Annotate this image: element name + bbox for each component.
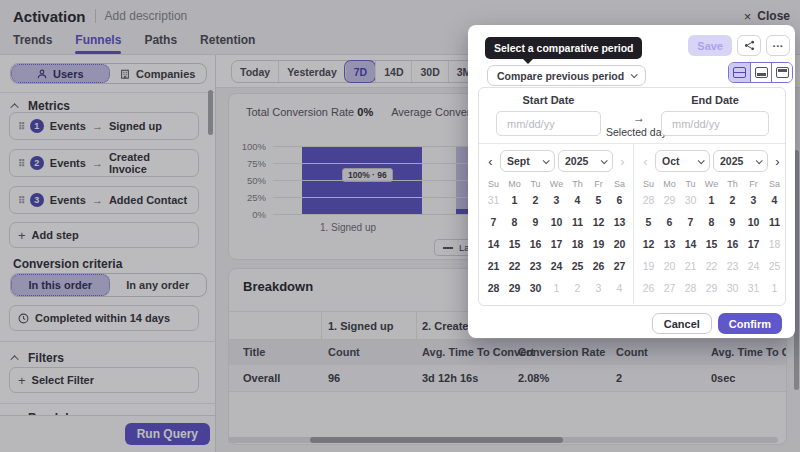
- calendar-day[interactable]: 3: [546, 194, 567, 206]
- cancel-button[interactable]: Cancel: [652, 313, 712, 334]
- calendar-day[interactable]: 15: [701, 238, 722, 250]
- bottom-panel-icon: [755, 67, 768, 78]
- calendar-day[interactable]: 2: [722, 194, 743, 206]
- start-date-input[interactable]: [496, 111, 601, 136]
- end-date-input[interactable]: [661, 111, 769, 136]
- calendar-week-row: 2829301234: [638, 189, 785, 211]
- calendar-day[interactable]: 3: [743, 194, 764, 206]
- calendar-week-row: 2829301234: [483, 277, 630, 299]
- calendar-day: 29: [701, 282, 722, 294]
- calendar-day[interactable]: 8: [701, 216, 722, 228]
- calendar-day: 18: [764, 238, 785, 250]
- calendar-day[interactable]: 17: [743, 238, 764, 250]
- calendar-day[interactable]: 1: [701, 194, 722, 206]
- calendar-day[interactable]: 24: [546, 260, 567, 272]
- calendar-day[interactable]: 29: [504, 282, 525, 294]
- calendar-day[interactable]: 15: [504, 238, 525, 250]
- calendar-day[interactable]: 12: [588, 216, 609, 228]
- calendar-day[interactable]: 7: [680, 216, 701, 228]
- calendar-day: 20: [659, 260, 680, 272]
- weekday-label: Tu: [525, 179, 546, 189]
- app-window: Activation Add description × Close Trend…: [0, 0, 800, 452]
- calendar-day[interactable]: 27: [609, 260, 630, 272]
- calendar-day[interactable]: 5: [638, 216, 659, 228]
- view-chart-button[interactable]: [750, 63, 771, 82]
- calendar-day[interactable]: 13: [609, 216, 630, 228]
- prev-month-icon[interactable]: ‹: [484, 154, 497, 169]
- calendar-week-row: 21222324252627: [483, 255, 630, 277]
- calendar-day[interactable]: 9: [525, 216, 546, 228]
- month-value: Oct: [662, 155, 680, 167]
- view-split-button[interactable]: [729, 63, 750, 82]
- calendar-day[interactable]: 13: [659, 238, 680, 250]
- calendar-day[interactable]: 6: [659, 216, 680, 228]
- calendar-day: 27: [659, 282, 680, 294]
- chevron-down-icon: [631, 71, 638, 78]
- calendar-day[interactable]: 2: [525, 194, 546, 206]
- calendar-day[interactable]: 7: [483, 216, 504, 228]
- year-select[interactable]: 2025: [713, 150, 768, 172]
- compare-period-dropdown[interactable]: Compare previous period: [487, 65, 646, 86]
- calendar-day[interactable]: 23: [525, 260, 546, 272]
- calendar-day[interactable]: 8: [504, 216, 525, 228]
- calendar-day[interactable]: 9: [722, 216, 743, 228]
- share-button[interactable]: [737, 35, 761, 56]
- calendar-day[interactable]: 28: [483, 282, 504, 294]
- calendar-week-row: 78910111213: [483, 211, 630, 233]
- calendar-day: 26: [638, 282, 659, 294]
- save-button[interactable]: Save: [688, 35, 732, 56]
- weekday-label: Su: [483, 179, 504, 189]
- calendar-day[interactable]: 19: [588, 238, 609, 250]
- calendar-day: 28: [680, 282, 701, 294]
- calendar-day[interactable]: 4: [764, 194, 785, 206]
- calendar-day: 2: [567, 282, 588, 294]
- calendar-day[interactable]: 20: [609, 238, 630, 250]
- calendar-day[interactable]: 21: [483, 260, 504, 272]
- calendar-day[interactable]: 30: [525, 282, 546, 294]
- calendar-day[interactable]: 5: [588, 194, 609, 206]
- chevron-down-icon: [698, 157, 705, 164]
- top-panel-icon: [776, 67, 789, 78]
- year-select[interactable]: 2025: [558, 150, 613, 172]
- calendar-day[interactable]: 22: [504, 260, 525, 272]
- calendar-day[interactable]: 14: [680, 238, 701, 250]
- split-view-icon: [733, 67, 746, 78]
- calendar-week-row: 31123456: [483, 189, 630, 211]
- weekday-label: Su: [638, 179, 659, 189]
- month-select[interactable]: Sept: [500, 150, 555, 172]
- calendar-day[interactable]: 10: [546, 216, 567, 228]
- calendar-day[interactable]: 12: [638, 238, 659, 250]
- year-value: 2025: [565, 155, 588, 167]
- month-value: Sept: [507, 155, 530, 167]
- share-icon: [744, 40, 755, 51]
- calendar-day: 22: [701, 260, 722, 272]
- more-icon: ···: [773, 40, 784, 52]
- calendar-day[interactable]: 18: [567, 238, 588, 250]
- calendar-day[interactable]: 4: [567, 194, 588, 206]
- month-select[interactable]: Oct: [655, 150, 710, 172]
- compare-period-modal: Select a comparative period Save ··· Com…: [468, 25, 795, 338]
- calendar-header: ‹Oct2025›: [638, 144, 785, 176]
- weekday-row: SuMoTuWeThFrSa: [483, 179, 630, 189]
- calendar-day: 31: [483, 194, 504, 206]
- arrow-right-icon: →: [622, 111, 656, 125]
- calendar-day[interactable]: 6: [609, 194, 630, 206]
- view-table-button[interactable]: [771, 63, 792, 82]
- more-button[interactable]: ···: [766, 35, 790, 56]
- calendar-day: 31: [743, 282, 764, 294]
- calendar-day[interactable]: 11: [764, 216, 785, 228]
- calendar-day[interactable]: 16: [722, 238, 743, 250]
- calendar-day: 1: [546, 282, 567, 294]
- next-month-icon[interactable]: ›: [771, 154, 784, 169]
- calendar-day[interactable]: 10: [743, 216, 764, 228]
- calendar-day[interactable]: 25: [567, 260, 588, 272]
- calendar-day[interactable]: 26: [588, 260, 609, 272]
- calendar-day[interactable]: 17: [546, 238, 567, 250]
- calendar-day[interactable]: 16: [525, 238, 546, 250]
- calendar-day: 3: [588, 282, 609, 294]
- end-date-label: End Date: [661, 94, 769, 106]
- calendar-day[interactable]: 1: [504, 194, 525, 206]
- calendar-day[interactable]: 11: [567, 216, 588, 228]
- calendar-day[interactable]: 14: [483, 238, 504, 250]
- confirm-button[interactable]: Confirm: [718, 313, 782, 334]
